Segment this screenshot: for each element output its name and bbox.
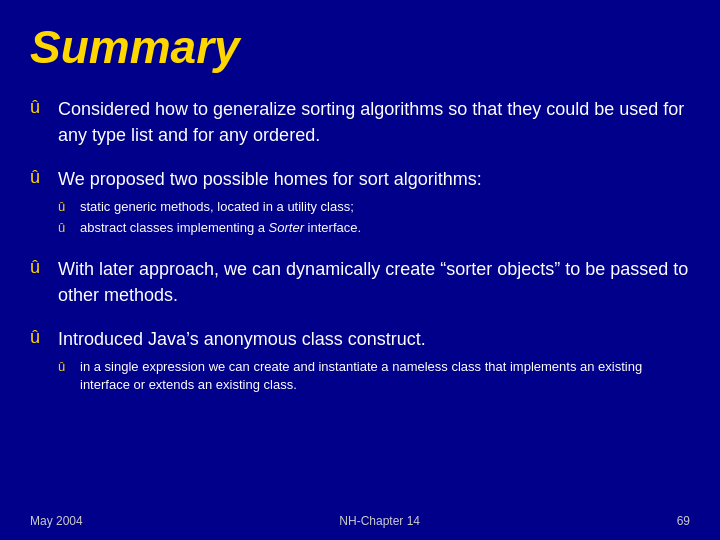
bullet-symbol-2: û [30, 167, 48, 188]
bullet-main-1: û Considered how to generalize sorting a… [30, 96, 690, 148]
sub-bullets-4: û in a single expression we can create a… [58, 358, 690, 394]
bullet-section-3: û With later approach, we can dynamicall… [30, 256, 690, 308]
sorter-class-name: Sorter [269, 220, 304, 235]
bullet-text-1: Considered how to generalize sorting alg… [58, 96, 690, 148]
footer-right: 69 [677, 514, 690, 528]
bullet-section-1: û Considered how to generalize sorting a… [30, 96, 690, 148]
sub-bullet-symbol-2-2: û [58, 220, 72, 235]
sub-bullet-4-1: û in a single expression we can create a… [58, 358, 690, 394]
bullet-main-2: û We proposed two possible homes for sor… [30, 166, 690, 192]
bullet-main-3: û With later approach, we can dynamicall… [30, 256, 690, 308]
bullet-symbol-3: û [30, 257, 48, 278]
sub-bullets-2: û static generic methods, located in a u… [58, 198, 690, 237]
bullet-text-2: We proposed two possible homes for sort … [58, 166, 482, 192]
sub-bullet-2-2: û abstract classes implementing a Sorter… [58, 219, 690, 237]
sub-bullet-symbol-2-1: û [58, 199, 72, 214]
bullet-symbol-1: û [30, 97, 48, 118]
slide-footer: May 2004 NH-Chapter 14 69 [30, 514, 690, 528]
slide-title: Summary [30, 20, 690, 74]
bullet-text-3: With later approach, we can dynamically … [58, 256, 690, 308]
sub-bullet-text-2-2: abstract classes implementing a Sorter i… [80, 219, 361, 237]
bullet-main-4: û Introduced Java’s anonymous class cons… [30, 326, 690, 352]
footer-left: May 2004 [30, 514, 83, 528]
sub-bullet-symbol-4-1: û [58, 359, 72, 374]
sub-bullet-text-4-1: in a single expression we can create and… [80, 358, 690, 394]
slide: Summary û Considered how to generalize s… [0, 0, 720, 540]
bullet-symbol-4: û [30, 327, 48, 348]
sub-bullet-text-2-1: static generic methods, located in a uti… [80, 198, 354, 216]
bullet-section-4: û Introduced Java’s anonymous class cons… [30, 326, 690, 394]
sub-bullet-2-1: û static generic methods, located in a u… [58, 198, 690, 216]
bullet-text-4: Introduced Java’s anonymous class constr… [58, 326, 426, 352]
footer-center: NH-Chapter 14 [83, 514, 677, 528]
bullet-section-2: û We proposed two possible homes for sor… [30, 166, 690, 237]
